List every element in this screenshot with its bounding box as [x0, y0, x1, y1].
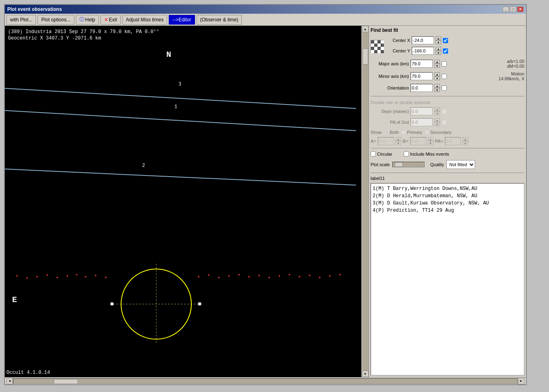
minor-axis-spinner[interactable]: ▲ ▼ — [434, 72, 440, 80]
include-miss-checkbox[interactable] — [404, 151, 409, 156]
help-icon: ⓘ — [80, 16, 84, 23]
close-button[interactable]: ✕ — [517, 6, 524, 12]
circular-checkbox-label[interactable]: Circular — [371, 151, 392, 156]
orientation-checkbox[interactable] — [442, 85, 447, 91]
major-axis-checkbox[interactable] — [442, 61, 447, 67]
minimize-button[interactable]: _ — [503, 6, 509, 12]
quality-select[interactable]: Not fitted Good Fair Poor — [446, 160, 475, 169]
center-y-spinner[interactable]: ▲ ▼ — [436, 47, 441, 55]
plot-panel[interactable]: (389) Industria 2013 Sep 27 79.0 x 79.0 … — [5, 26, 361, 377]
center-x-field-row: Center X ▲ ▼ — [387, 36, 448, 44]
minor-axis-down[interactable]: ▼ — [434, 76, 440, 80]
adjust-miss-button[interactable]: Adjust Miss times — [122, 15, 167, 25]
sepn-label: Sepn (masec) — [371, 109, 409, 114]
with-plot-button[interactable]: with Plot... — [6, 15, 36, 25]
circular-miss-row: Circular Include Miss events — [371, 151, 524, 156]
center-x-down[interactable]: ▼ — [436, 40, 441, 44]
svg-point-17 — [208, 274, 210, 276]
title-bar: Plot event observations _ □ ✕ — [5, 5, 526, 14]
editor-button[interactable]: -->Editor — [169, 15, 195, 25]
orientation-down[interactable]: ▼ — [434, 88, 440, 92]
sepn-spinner: ▲ ▼ — [434, 107, 440, 115]
orientation-label: Orientation — [371, 85, 409, 90]
center-y-input[interactable] — [412, 47, 434, 55]
svg-point-30 — [339, 274, 341, 275]
sepn-checkbox[interactable] — [442, 109, 447, 114]
major-axis-up[interactable]: ▲ — [434, 60, 440, 64]
scroll-up-button[interactable]: ▲ — [362, 26, 369, 32]
plot-scale-slider[interactable] — [392, 162, 425, 167]
plot-options-button[interactable]: Plot options... — [38, 15, 74, 25]
major-axis-label: Major axis (km) — [371, 61, 409, 66]
svg-point-15 — [105, 277, 107, 278]
svg-point-11 — [67, 275, 68, 277]
minor-axis-checkbox[interactable] — [442, 74, 447, 79]
observers-title: label11 — [371, 176, 524, 181]
pa-2nd-label: PA of 2nd — [371, 120, 409, 125]
sepn-input[interactable] — [411, 107, 433, 115]
show-secondary-option[interactable]: Secondary — [425, 130, 452, 135]
major-axis-spinner[interactable]: ▲ ▼ — [434, 60, 440, 68]
orientation-spinner[interactable]: ▲ ▼ — [434, 84, 440, 92]
center-x-up[interactable]: ▲ — [436, 36, 441, 40]
a-label: A= — [371, 139, 376, 144]
b-input[interactable] — [410, 137, 426, 145]
center-y-up[interactable]: ▲ — [436, 47, 441, 51]
title-bar-controls: _ □ ✕ — [503, 6, 524, 12]
main-window: Plot event observations _ □ ✕ with Plot.… — [4, 4, 527, 385]
scroll-right-button[interactable]: ► — [518, 378, 524, 384]
observers-box[interactable]: 1(M) T Barry,Werrington Downs,NSW,AU 2(M… — [371, 183, 524, 375]
scroll-down-button[interactable]: ▼ — [362, 371, 369, 377]
svg-point-12 — [76, 274, 78, 275]
center-x-input[interactable] — [412, 36, 434, 44]
show-primary-option[interactable]: Primary — [401, 130, 422, 135]
separator-1 — [371, 96, 524, 96]
h-scroll-thumb[interactable] — [54, 379, 78, 384]
help-button[interactable]: ⓘ Help — [76, 15, 99, 25]
scroll-thumb[interactable] — [363, 48, 368, 65]
svg-point-8 — [36, 276, 38, 277]
separator-3 — [371, 173, 524, 173]
include-miss-checkbox-label[interactable]: Include Miss events — [404, 151, 449, 156]
plot-scale-thumb[interactable] — [395, 162, 403, 167]
scroll-left-button[interactable]: ◄ — [6, 378, 13, 384]
vertical-scrollbar[interactable]: ▲ ▼ — [361, 26, 369, 377]
chord-canvas: 3 1 2 — [5, 26, 361, 377]
center-y-down[interactable]: ▼ — [436, 51, 441, 55]
svg-line-4 — [5, 169, 356, 185]
center-x-checkbox[interactable] — [443, 38, 448, 43]
svg-point-13 — [85, 276, 86, 277]
a-input[interactable] — [378, 137, 394, 145]
svg-point-21 — [248, 276, 250, 277]
circular-checkbox[interactable] — [371, 151, 376, 156]
center-y-label: Center Y — [387, 48, 410, 53]
content-area: (389) Industria 2013 Sep 27 79.0 x 79.0 … — [5, 26, 526, 377]
scroll-track[interactable] — [362, 32, 369, 371]
pa-2nd-input[interactable] — [411, 118, 433, 126]
svg-point-19 — [228, 275, 230, 277]
major-axis-input[interactable] — [411, 60, 433, 68]
pa-input[interactable] — [445, 137, 461, 145]
minor-axis-input[interactable] — [411, 72, 433, 80]
center-x-spinner[interactable]: ▲ ▼ — [436, 36, 441, 44]
major-axis-down[interactable]: ▼ — [434, 64, 440, 68]
orientation-input[interactable] — [411, 84, 433, 92]
orientation-up[interactable]: ▲ — [434, 84, 440, 88]
major-axis-row: Major axis (km) ▲ ▼ a/b=1.00 dM=0.00 — [371, 59, 524, 69]
maximize-button[interactable]: □ — [510, 6, 516, 12]
plot-scale-quality-row: Plot scale Quality Not fitted Good Fair … — [371, 160, 524, 169]
observer-time-button[interactable]: (Observer & time) — [197, 15, 242, 25]
pa-2nd-checkbox[interactable] — [442, 120, 447, 125]
b-label: B= — [403, 139, 409, 144]
minor-axis-up[interactable]: ▲ — [434, 72, 440, 76]
window-title: Plot event observations — [7, 6, 62, 12]
horizontal-scrollbar[interactable]: ◄ ► — [6, 378, 524, 384]
exit-button[interactable]: ✕ Exit — [101, 15, 121, 25]
center-y-checkbox[interactable] — [443, 48, 448, 54]
show-radio-row: Show Both Primary Secondary — [371, 130, 524, 135]
show-both-option[interactable]: Both — [384, 130, 399, 135]
pa-2nd-row: PA of 2nd ▲ ▼ — [371, 118, 524, 126]
svg-point-23 — [268, 277, 270, 278]
svg-point-14 — [95, 275, 96, 276]
h-scroll-track[interactable] — [13, 378, 518, 384]
